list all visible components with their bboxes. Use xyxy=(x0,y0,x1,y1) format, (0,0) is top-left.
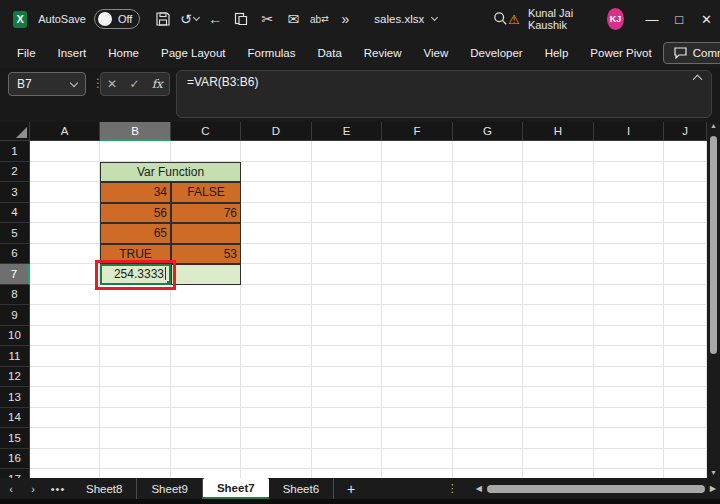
cell-A12[interactable] xyxy=(30,367,100,388)
cell-H16[interactable] xyxy=(523,449,594,470)
row-header-15[interactable]: 15 xyxy=(0,428,30,449)
row-header-4[interactable]: 4 xyxy=(0,203,30,224)
cell-I10[interactable] xyxy=(594,326,664,347)
column-header-H[interactable]: H xyxy=(523,122,594,141)
tab-help[interactable]: Help xyxy=(534,41,580,65)
cell-C1[interactable] xyxy=(171,141,241,162)
tab-file[interactable]: File xyxy=(6,41,47,65)
cell-H15[interactable] xyxy=(523,428,594,449)
find-replace-icon[interactable]: ab⇄ xyxy=(306,6,332,32)
cell-G7[interactable] xyxy=(453,264,523,285)
cell-F12[interactable] xyxy=(382,367,453,388)
cell-E14[interactable] xyxy=(312,408,382,429)
cancel-icon[interactable]: ✕ xyxy=(107,77,117,91)
cell-I7[interactable] xyxy=(594,264,664,285)
cell-D1[interactable] xyxy=(241,141,312,162)
cell-C11[interactable] xyxy=(171,346,241,367)
row-header-10[interactable]: 10 xyxy=(0,326,30,347)
avatar[interactable]: KJ xyxy=(607,8,625,30)
cell-D5[interactable] xyxy=(241,223,312,244)
cell-D10[interactable] xyxy=(241,326,312,347)
cell-J4[interactable] xyxy=(664,203,707,224)
row-header-11[interactable]: 11 xyxy=(0,346,30,367)
column-header-G[interactable]: G xyxy=(453,122,523,141)
name-box[interactable]: B7 xyxy=(8,72,86,96)
close-button[interactable]: ✕ xyxy=(693,0,720,38)
cut-icon[interactable]: ✂ xyxy=(254,6,280,32)
cell-G15[interactable] xyxy=(453,428,523,449)
cell-C14[interactable] xyxy=(171,408,241,429)
cell-C16[interactable] xyxy=(171,449,241,470)
cell-F5[interactable] xyxy=(382,223,453,244)
cell-C5[interactable] xyxy=(171,223,241,244)
cell-D17[interactable] xyxy=(241,469,312,478)
cell-G2[interactable] xyxy=(453,162,523,183)
cell-E9[interactable] xyxy=(312,305,382,326)
toolbar-overflow-icon[interactable]: » xyxy=(332,6,358,32)
row-header-9[interactable]: 9 xyxy=(0,305,30,326)
cell-B12[interactable] xyxy=(100,367,171,388)
cell-C9[interactable] xyxy=(171,305,241,326)
select-all-corner[interactable] xyxy=(0,122,30,141)
cell-I17[interactable] xyxy=(594,469,664,478)
cell-I1[interactable] xyxy=(594,141,664,162)
cell-B5[interactable]: 65 xyxy=(100,223,171,244)
cell-B6[interactable]: TRUE xyxy=(100,244,171,265)
collapse-formula-bar-icon[interactable] xyxy=(693,75,703,85)
cell-J14[interactable] xyxy=(664,408,707,429)
search-icon[interactable] xyxy=(493,11,508,28)
cell-B2[interactable]: Var Function xyxy=(100,162,241,183)
cell-D3[interactable] xyxy=(241,182,312,203)
cell-H1[interactable] xyxy=(523,141,594,162)
cell-A15[interactable] xyxy=(30,428,100,449)
cell-A7[interactable] xyxy=(30,264,100,285)
cell-B9[interactable] xyxy=(100,305,171,326)
cell-J11[interactable] xyxy=(664,346,707,367)
cell-G6[interactable] xyxy=(453,244,523,265)
cell-C10[interactable] xyxy=(171,326,241,347)
cell-G12[interactable] xyxy=(453,367,523,388)
cell-J8[interactable] xyxy=(664,285,707,306)
column-header-E[interactable]: E xyxy=(312,122,382,141)
cell-E3[interactable] xyxy=(312,182,382,203)
cell-J10[interactable] xyxy=(664,326,707,347)
cell-D9[interactable] xyxy=(241,305,312,326)
column-header-C[interactable]: C xyxy=(171,122,241,141)
autosave-toggle[interactable]: Off xyxy=(94,9,140,29)
save-icon[interactable] xyxy=(150,6,176,32)
cell-A2[interactable] xyxy=(30,162,100,183)
cell-D14[interactable] xyxy=(241,408,312,429)
cell-C8[interactable] xyxy=(171,285,241,306)
cell-J3[interactable] xyxy=(664,182,707,203)
cell-H10[interactable] xyxy=(523,326,594,347)
cell-J15[interactable] xyxy=(664,428,707,449)
column-header-B[interactable]: B xyxy=(100,122,171,141)
tab-insert[interactable]: Insert xyxy=(47,41,98,65)
column-header-F[interactable]: F xyxy=(382,122,453,141)
cell-J6[interactable] xyxy=(664,244,707,265)
cell-D16[interactable] xyxy=(241,449,312,470)
scroll-right-icon[interactable]: ▶ xyxy=(710,484,716,493)
cell-F10[interactable] xyxy=(382,326,453,347)
cell-C12[interactable] xyxy=(171,367,241,388)
prev-sheet-icon[interactable]: ‹ xyxy=(0,483,22,495)
cell-E10[interactable] xyxy=(312,326,382,347)
tab-data[interactable]: Data xyxy=(307,41,353,65)
vertical-scrollbar[interactable]: ▲ ▼ xyxy=(707,122,720,478)
cell-H6[interactable] xyxy=(523,244,594,265)
cell-G11[interactable] xyxy=(453,346,523,367)
row-header-13[interactable]: 13 xyxy=(0,387,30,408)
cell-G8[interactable] xyxy=(453,285,523,306)
cell-I16[interactable] xyxy=(594,449,664,470)
cell-G4[interactable] xyxy=(453,203,523,224)
row-header-16[interactable]: 16 xyxy=(0,449,30,470)
cell-G9[interactable] xyxy=(453,305,523,326)
cell-H8[interactable] xyxy=(523,285,594,306)
cell-H12[interactable] xyxy=(523,367,594,388)
maximize-button[interactable]: □ xyxy=(666,0,693,38)
cell-E12[interactable] xyxy=(312,367,382,388)
cell-H11[interactable] xyxy=(523,346,594,367)
cell-C17[interactable] xyxy=(171,469,241,478)
cell-A4[interactable] xyxy=(30,203,100,224)
cell-C4[interactable]: 76 xyxy=(171,203,241,224)
